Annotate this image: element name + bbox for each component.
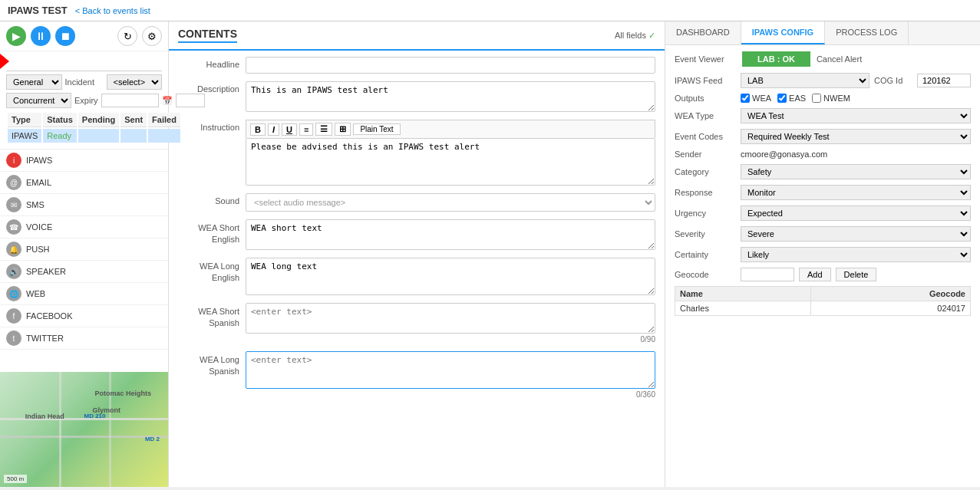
urgency-label: Urgency bbox=[675, 209, 736, 218]
severity-select[interactable]: Severe bbox=[741, 226, 971, 242]
wea-short-spanish-label: WEA Short Spanish bbox=[178, 303, 239, 330]
stop-button[interactable]: ⏹ bbox=[55, 26, 75, 46]
wea-long-spanish-textarea[interactable] bbox=[246, 351, 655, 389]
map-road-horizontal-2 bbox=[0, 436, 168, 438]
refresh-button[interactable]: ↻ bbox=[117, 26, 137, 46]
wea-long-english-textarea[interactable]: WEA long text bbox=[246, 258, 655, 295]
col-failed: Failed bbox=[148, 113, 180, 127]
instruction-label: Instruction bbox=[178, 120, 239, 132]
wea-type-select[interactable]: WEA Test bbox=[741, 108, 971, 123]
wea-checkbox-label[interactable]: WEA bbox=[741, 94, 771, 103]
event-viewer-button[interactable]: LAB : OK bbox=[742, 51, 810, 67]
all-fields-link[interactable]: All fields ✓ bbox=[615, 31, 655, 41]
sound-select[interactable]: <select audio message> bbox=[246, 193, 655, 212]
left-toolbar: ▶ ⏸ ⏹ ↻ ⚙ bbox=[0, 21, 168, 51]
expiry-time-input[interactable]: 11:43 bbox=[176, 94, 205, 107]
severity-row: Severity Severe bbox=[675, 226, 971, 242]
delete-geocode-button[interactable]: Delete bbox=[836, 268, 877, 281]
certainty-select[interactable]: Likely bbox=[741, 247, 971, 262]
channel-item-sms[interactable]: ✉ SMS bbox=[0, 194, 168, 216]
incident-select[interactable]: <select> bbox=[107, 74, 163, 90]
push-icon: 🔔 bbox=[6, 242, 21, 257]
headline-label: Headline bbox=[178, 57, 239, 69]
nwem-checkbox-label[interactable]: NWEM bbox=[812, 94, 850, 103]
category-select[interactable]: Safety bbox=[741, 164, 971, 179]
add-geocode-button[interactable]: Add bbox=[799, 268, 831, 281]
tab-process-log[interactable]: PROCESS LOG bbox=[825, 21, 909, 44]
map-label-md210: MD 210 bbox=[84, 413, 106, 419]
map-label-indian-head: Indian Head bbox=[25, 413, 64, 420]
wea-long-spanish-field: WEA Long Spanish 0/360 bbox=[178, 351, 655, 399]
geocode-table-row[interactable]: Charles 024017 bbox=[675, 301, 971, 316]
response-select[interactable]: Monitor bbox=[741, 185, 971, 200]
urgency-select[interactable]: Expected bbox=[741, 206, 971, 221]
nwem-checkbox[interactable] bbox=[812, 94, 821, 103]
col-sent: Sent bbox=[120, 113, 147, 127]
settings-button[interactable]: ⚙ bbox=[142, 26, 162, 46]
list-button[interactable]: ≡ bbox=[299, 123, 313, 136]
expiry-date-input[interactable]: 10-03-2021 bbox=[101, 94, 159, 107]
channel-label-push: PUSH bbox=[26, 245, 50, 254]
table-row[interactable]: IPAWS Ready bbox=[8, 129, 180, 143]
calendar-icon[interactable]: 📅 bbox=[162, 96, 173, 106]
middle-body: Headline IPAWS TEST Description This is … bbox=[169, 51, 665, 487]
eas-checkbox[interactable] bbox=[777, 94, 787, 103]
sender-label: Sender bbox=[675, 150, 736, 159]
event-viewer-row: Event Viewer LAB : OK Cancel Alert bbox=[675, 51, 971, 67]
play-button[interactable]: ▶ bbox=[6, 26, 26, 46]
channel-item-facebook[interactable]: f FACEBOOK bbox=[0, 305, 168, 327]
description-textarea[interactable]: This is an IPAWS test alert bbox=[246, 81, 655, 112]
table-button[interactable]: ⊞ bbox=[335, 123, 351, 136]
type-label: Incident bbox=[65, 77, 104, 87]
pause-button[interactable]: ⏸ bbox=[31, 26, 51, 46]
tab-ipaws-config[interactable]: IPAWS CONFIG bbox=[741, 21, 825, 44]
channel-item-twitter[interactable]: t TWITTER bbox=[0, 327, 168, 350]
cancel-alert-button[interactable]: Cancel Alert bbox=[817, 54, 862, 64]
tab-dashboard[interactable]: DASHBOARD bbox=[665, 21, 741, 44]
channel-item-email[interactable]: @ EMAIL bbox=[0, 172, 168, 194]
sound-label: Sound bbox=[178, 193, 239, 206]
italic-button[interactable]: I bbox=[268, 123, 279, 136]
geocode-table: Name Geocode Charles 024017 bbox=[675, 286, 971, 316]
ipaws-feed-select[interactable]: LAB bbox=[741, 73, 869, 88]
channel-item-voice[interactable]: ☎ VOICE bbox=[0, 216, 168, 238]
event-codes-label: Event Codes bbox=[675, 132, 736, 141]
channel-item-push[interactable]: 🔔 PUSH bbox=[0, 238, 168, 261]
description-field: Description This is an IPAWS test alert bbox=[178, 81, 655, 112]
instruction-textarea[interactable]: Please be advised this is an IPAWS test … bbox=[246, 138, 655, 186]
headline-input[interactable]: IPAWS TEST bbox=[246, 57, 655, 74]
channel-item-ipaws[interactable]: i IPAWS bbox=[0, 150, 168, 172]
sound-field: Sound <select audio message> bbox=[178, 193, 655, 212]
wea-short-spanish-counter: 0/90 bbox=[246, 334, 655, 344]
wea-type-row: WEA Type WEA Test bbox=[675, 108, 971, 123]
certainty-label: Certainty bbox=[675, 250, 736, 259]
geocode-input[interactable]: 024017 bbox=[741, 268, 794, 281]
bold-button[interactable]: B bbox=[250, 123, 266, 136]
channel-item-speaker[interactable]: 🔊 SPEAKER bbox=[0, 261, 168, 283]
wea-checkbox[interactable] bbox=[741, 94, 750, 103]
event-codes-select[interactable]: Required Weekly Test bbox=[741, 129, 971, 144]
ordered-list-button[interactable]: ☰ bbox=[315, 123, 332, 136]
web-icon: 🌐 bbox=[6, 286, 21, 301]
row-failed bbox=[148, 129, 180, 143]
plain-text-button[interactable]: Plain Text bbox=[353, 123, 400, 135]
group-select[interactable]: General bbox=[6, 74, 62, 90]
wea-short-spanish-container: 0/90 bbox=[246, 303, 655, 344]
alert-name-input[interactable]: IPAWS TEST bbox=[6, 56, 162, 71]
channel-label-web: WEB bbox=[26, 289, 45, 298]
ipaws-icon: i bbox=[6, 153, 21, 168]
facebook-icon: f bbox=[6, 308, 21, 324]
right-panel: DASHBOARD IPAWS CONFIG PROCESS LOG Event… bbox=[665, 21, 980, 487]
wea-short-english-textarea[interactable]: WEA short text bbox=[246, 219, 655, 250]
category-label: Category bbox=[675, 167, 736, 176]
right-tabs: DASHBOARD IPAWS CONFIG PROCESS LOG bbox=[665, 21, 980, 45]
underline-button[interactable]: U bbox=[282, 123, 297, 136]
geocode-col-name: Name bbox=[675, 287, 811, 301]
concurrency-select[interactable]: Concurrent bbox=[6, 93, 71, 108]
wea-short-spanish-textarea[interactable] bbox=[246, 303, 655, 334]
eas-checkbox-label[interactable]: EAS bbox=[777, 94, 806, 103]
wea-long-spanish-label: WEA Long Spanish bbox=[178, 351, 239, 378]
channel-item-web[interactable]: 🌐 WEB bbox=[0, 283, 168, 305]
cog-id-input[interactable] bbox=[917, 74, 971, 87]
back-link[interactable]: < Back to events list bbox=[75, 6, 150, 15]
